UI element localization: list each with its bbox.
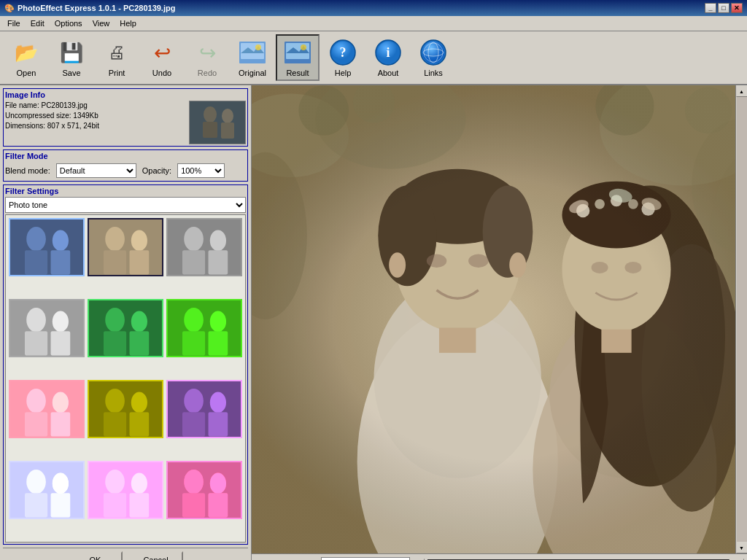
svg-rect-65 — [182, 412, 205, 436]
filter-thumbnail-4[interactable] — [9, 299, 85, 357]
result-button[interactable]: Result — [276, 34, 320, 81]
window-title: PhotoEffect Express 1.0.1 - PC280139.jpg — [18, 4, 175, 12]
filter-mode-content: Blend mode: Default Normal Multiply Scre… — [5, 162, 246, 179]
menu-options[interactable]: Options — [50, 18, 87, 29]
dimensions-text: Dimensions: 807 x 571, 24bit — [5, 121, 186, 131]
filter-settings-content: Photo tone Sepia Black & White Vintage — [5, 197, 246, 542]
svg-point-64 — [184, 389, 204, 413]
filter-thumbnail-11[interactable] — [88, 461, 163, 519]
size-text: Uncompressed size: 1349Kb — [5, 111, 186, 121]
title-bar-left: 🎨 PhotoEffect Express 1.0.1 - PC280139.j… — [4, 4, 175, 13]
svg-rect-22 — [190, 101, 246, 144]
zoom-select[interactable]: Original size (100%) 50% 75% 150% 200% — [321, 557, 410, 561]
scroll-up-arrow[interactable]: ▲ — [736, 85, 748, 97]
image-info-title: Image Info — [5, 90, 246, 99]
about-icon: i — [372, 38, 404, 67]
opacity-label: Opacity: — [142, 166, 171, 175]
preview-vertical-scrollbar[interactable]: ▲ ▼ — [735, 85, 747, 553]
filter-thumbnail-10[interactable] — [9, 461, 85, 519]
print-button[interactable]: 🖨 Print — [95, 35, 139, 80]
minimize-button[interactable]: _ — [705, 3, 716, 13]
svg-point-61 — [131, 392, 147, 413]
undo-button[interactable]: ↩ Undo — [140, 35, 184, 80]
ok-button[interactable]: OK — [68, 551, 123, 560]
scroll-down-arrow[interactable]: ▼ — [736, 542, 748, 553]
preview-image-area: ▲ ▼ — [252, 85, 747, 553]
blend-mode-select[interactable]: Default Normal Multiply Screen Overlay — [56, 163, 136, 178]
print-label: Print — [109, 69, 125, 77]
svg-rect-60 — [104, 412, 126, 436]
menu-view[interactable]: View — [88, 18, 115, 29]
main-layout: Image Info File name: PC280139.jpg Uncom… — [0, 85, 747, 560]
svg-rect-57 — [51, 412, 71, 436]
filename-text: File name: PC280139.jpg — [5, 101, 186, 111]
menu-bar: File Edit Options View Help — [0, 16, 747, 31]
undo-icon: ↩ — [146, 38, 178, 67]
zoom-bar: Preview zooming: Original size (100%) 50… — [252, 553, 747, 560]
svg-point-59 — [105, 389, 125, 413]
links-button[interactable]: Links — [411, 35, 455, 80]
save-button[interactable]: 💾 Save — [50, 35, 93, 80]
svg-point-76 — [131, 472, 147, 494]
toolbar: 📂 Open 💾 Save 🖨 Print ↩ Undo ↪ Redo Orig… — [0, 31, 747, 85]
original-button[interactable]: Original — [231, 35, 274, 80]
filter-thumbnails-grid — [6, 215, 245, 542]
opacity-select[interactable]: 100% 75% 50% 25% — [177, 163, 225, 178]
svg-rect-45 — [104, 331, 126, 355]
svg-point-46 — [131, 311, 147, 332]
filter-type-select[interactable]: Photo tone Sepia Black & White Vintage — [5, 197, 246, 213]
filter-thumbnail-1[interactable] — [9, 218, 85, 276]
cancel-button[interactable]: Cancel — [128, 551, 183, 560]
filter-thumbnail-6[interactable] — [166, 299, 242, 357]
filter-settings-section: Filter Settings Photo tone Sepia Black &… — [3, 184, 248, 545]
filter-dropdown-row: Photo tone Sepia Black & White Vintage — [5, 197, 246, 213]
svg-point-79 — [184, 470, 204, 494]
svg-point-74 — [105, 470, 125, 494]
title-bar-controls: _ □ ✕ — [705, 3, 743, 13]
svg-rect-27 — [51, 250, 71, 274]
redo-button[interactable]: ↪ Redo — [185, 35, 229, 80]
open-button[interactable]: 📂 Open — [4, 35, 48, 80]
svg-rect-82 — [209, 493, 228, 517]
save-label: Save — [62, 69, 80, 77]
svg-point-51 — [210, 311, 226, 332]
svg-point-81 — [210, 472, 226, 494]
close-button[interactable]: ✕ — [731, 3, 743, 13]
svg-point-26 — [53, 230, 69, 251]
image-info-text: File name: PC280139.jpg Uncompressed siz… — [5, 101, 186, 144]
menu-file[interactable]: File — [3, 18, 25, 29]
svg-point-41 — [53, 311, 69, 332]
svg-rect-55 — [25, 412, 47, 436]
svg-point-49 — [184, 308, 204, 332]
save-icon: 💾 — [55, 38, 88, 67]
svg-rect-52 — [209, 331, 228, 355]
print-icon: 🖨 — [101, 38, 133, 67]
svg-rect-42 — [51, 331, 71, 355]
filter-thumbnail-5[interactable] — [88, 299, 163, 357]
undo-label: Undo — [152, 69, 171, 77]
filter-thumbnail-2[interactable] — [88, 218, 163, 276]
svg-point-56 — [53, 392, 69, 413]
filter-thumbnail-12[interactable] — [166, 461, 242, 519]
svg-point-39 — [26, 308, 46, 332]
about-button[interactable]: i About — [366, 35, 410, 80]
svg-rect-30 — [104, 250, 126, 274]
filter-thumbnail-8[interactable] — [88, 380, 163, 438]
filter-thumbnail-9[interactable] — [166, 380, 242, 438]
help-button[interactable]: ? Help — [321, 35, 365, 80]
right-panel: ▲ ▼ Preview zooming: Original size (100%… — [252, 85, 747, 560]
filter-thumbnail-7[interactable] — [9, 380, 85, 438]
scroll-track-v — [737, 97, 747, 542]
menu-edit[interactable]: Edit — [26, 18, 49, 29]
svg-rect-32 — [130, 250, 150, 274]
svg-point-44 — [105, 308, 125, 332]
original-icon — [236, 38, 268, 67]
svg-point-66 — [210, 392, 226, 413]
redo-icon: ↪ — [191, 38, 223, 67]
menu-help[interactable]: Help — [115, 18, 141, 29]
filter-thumbnail-3[interactable] — [166, 218, 242, 276]
filter-mode-section: Filter Mode Blend mode: Default Normal M… — [3, 149, 248, 182]
svg-text:i: i — [386, 45, 390, 60]
maximize-button[interactable]: □ — [718, 3, 729, 13]
left-panel: Image Info File name: PC280139.jpg Uncom… — [0, 85, 252, 560]
